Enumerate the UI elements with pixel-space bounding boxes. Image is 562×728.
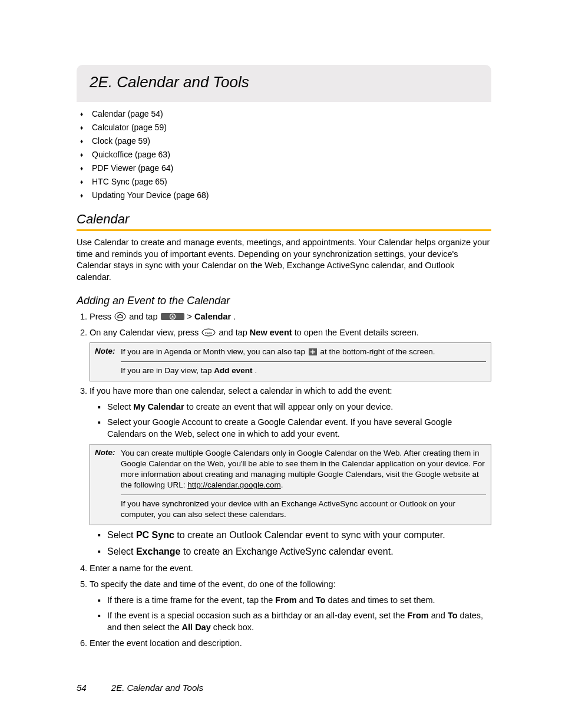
toc-item[interactable]: Updating Your Device (page 68) (80, 190, 491, 200)
step-text: To specify the date and time of the even… (90, 579, 336, 589)
section-heading: Calendar (77, 212, 491, 227)
sub-item: Select My Calendar to create an event th… (98, 401, 491, 413)
note-text: If you are in Day view, tap Add event . (121, 365, 486, 376)
toc-item[interactable]: PDF Viewer (page 64) (80, 163, 491, 173)
sub-item: Select Exchange to create an Exchange Ac… (98, 545, 491, 558)
step-text: If you have more than one calendar, sele… (90, 386, 392, 396)
svg-point-0 (115, 312, 125, 321)
toc-item[interactable]: HTC Sync (page 65) (80, 177, 491, 186)
step-1: Press and tap > Calendar . (90, 311, 491, 323)
steps-list-cont: If you have more than one calendar, sele… (77, 385, 491, 440)
home-key-icon (114, 312, 126, 321)
sub-item: Select PC Sync to create an Outlook Cale… (98, 529, 491, 542)
step-3: If you have more than one calendar, sele… (90, 385, 491, 440)
menu-key-icon: menu (201, 328, 216, 337)
sub-list: Select PC Sync to create an Outlook Cale… (77, 529, 491, 559)
note-label: Note: (95, 347, 121, 357)
step-text: Press (90, 312, 114, 321)
toc-list: Calendar (page 54) Calculator (page 59) … (77, 109, 491, 200)
steps-list: Press and tap > Calendar . On any Calend… (77, 311, 491, 339)
chapter-title-bar: 2E. Calendar and Tools (77, 65, 491, 102)
sub-item: Select your Google Account to create a G… (98, 416, 491, 440)
note-divider (121, 495, 486, 495)
steps-list-cont2: Enter a name for the event. To specify t… (77, 562, 491, 650)
page-footer: 54 2E. Calendar and Tools (77, 683, 203, 693)
note-divider (121, 361, 486, 362)
sub-list: Select My Calendar to create an event th… (90, 401, 491, 440)
sub-item: If there is a time frame for the event, … (98, 594, 491, 606)
note-box: Note: If you are in Agenda or Month view… (90, 342, 491, 381)
toc-item[interactable]: Calendar (page 54) (80, 109, 491, 118)
note-box: Note: You can create multiple Google Cal… (90, 444, 491, 525)
toc-item[interactable]: Calculator (page 59) (80, 123, 491, 132)
toc-item[interactable]: Quickoffice (page 63) (80, 150, 491, 159)
page: 2E. Calendar and Tools Calendar (page 54… (0, 0, 562, 728)
svg-text:menu: menu (205, 331, 213, 335)
footer-title: 2E. Calendar and Tools (111, 683, 203, 693)
step-text: to open the Event details screen. (295, 328, 419, 337)
step-bold: New event (250, 328, 292, 337)
step-4: Enter a name for the event. (90, 562, 491, 575)
step-2: On any Calendar view, press menu and tap… (90, 327, 491, 339)
step-5: To specify the date and time of the even… (90, 578, 491, 634)
note-link[interactable]: http://calendar.google.com (187, 480, 280, 489)
section-rule (77, 229, 491, 231)
step-text: On any Calendar view, press (90, 328, 201, 337)
step-bold: Calendar (194, 312, 231, 321)
chapter-title: 2E. Calendar and Tools (90, 73, 249, 91)
note-text: You can create multiple Google Calendars… (121, 448, 486, 491)
step-text: and tap (219, 328, 249, 337)
note-text: If you have synchronized your device wit… (121, 499, 486, 520)
section-intro: Use Calendar to create and manage events… (77, 237, 491, 283)
subsection-heading: Adding an Event to the Calendar (77, 295, 491, 307)
note-label: Note: (95, 448, 121, 491)
step-6: Enter the event location and description… (90, 637, 491, 650)
step-text: . (233, 312, 236, 321)
step-text: > (187, 312, 195, 321)
toc-item[interactable]: Clock (page 59) (80, 136, 491, 146)
sub-item: If the event is a special occasion such … (98, 610, 491, 634)
apps-tray-icon (161, 312, 184, 321)
step-text: and tap (129, 312, 160, 321)
note-text: If you are in Agenda or Month view, you … (121, 347, 486, 357)
page-number: 54 (77, 683, 87, 693)
plus-icon (308, 348, 318, 356)
sub-list: If there is a time frame for the event, … (90, 594, 491, 634)
